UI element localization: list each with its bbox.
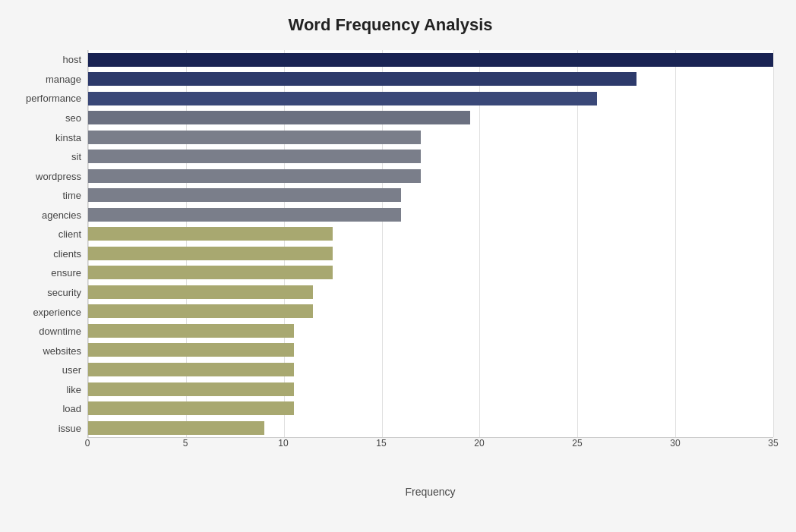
y-label: user — [8, 360, 87, 380]
bar — [88, 421, 264, 435]
bar — [88, 227, 333, 241]
bar-row — [88, 50, 773, 70]
x-axis-wrapper: 05101520253035 — [87, 438, 773, 464]
bar-row — [88, 70, 773, 90]
y-label: host — [8, 50, 87, 70]
bar-row — [88, 109, 773, 128]
y-label: security — [8, 283, 87, 303]
y-label: ensure — [8, 263, 87, 283]
bar — [88, 150, 421, 163]
bar — [88, 247, 333, 260]
bar — [88, 111, 470, 124]
bar — [88, 401, 294, 415]
y-label: performance — [8, 89, 87, 109]
y-label: manage — [8, 70, 87, 90]
y-label: kinsta — [8, 127, 87, 147]
bar-row — [88, 205, 773, 225]
y-label: sit — [8, 147, 87, 167]
bar-row — [88, 186, 773, 206]
bar-row — [88, 147, 773, 167]
bar-row — [88, 244, 773, 263]
y-label: client — [8, 225, 87, 244]
x-tick: 10 — [278, 438, 288, 449]
bar-row — [88, 418, 773, 438]
x-tick: 30 — [670, 438, 680, 449]
x-tick: 0 — [85, 438, 90, 449]
y-label: websites — [8, 341, 87, 360]
bar — [88, 363, 294, 376]
bar — [88, 53, 773, 67]
bar-row — [88, 321, 773, 341]
bar-row — [88, 379, 773, 399]
bar-row — [88, 263, 773, 283]
bar-row — [88, 282, 773, 302]
bars-container — [88, 50, 773, 437]
x-tick: 5 — [183, 438, 188, 449]
bar-row — [88, 302, 773, 322]
bar — [88, 304, 313, 318]
bar-row — [88, 225, 773, 244]
y-label: clients — [8, 244, 87, 264]
bar — [88, 285, 313, 299]
y-label: downtime — [8, 322, 87, 342]
x-tick: 20 — [474, 438, 484, 449]
bar-row — [88, 127, 773, 147]
bar-row — [88, 89, 773, 109]
y-label: load — [8, 399, 87, 419]
y-label: wordpress — [8, 166, 87, 186]
bar — [88, 92, 597, 105]
x-tick: 35 — [768, 438, 778, 449]
y-label: seo — [8, 109, 87, 128]
bar — [88, 324, 294, 338]
y-label: experience — [8, 302, 87, 322]
y-label: issue — [8, 419, 87, 439]
chart-area: hostmanageperformanceseokinstasitwordpre… — [8, 50, 773, 498]
bar — [88, 266, 333, 279]
y-label: agencies — [8, 206, 87, 225]
x-tick: 15 — [376, 438, 386, 449]
plot-area — [87, 50, 773, 438]
y-label: time — [8, 186, 87, 206]
bar-row — [88, 360, 773, 379]
bar-row — [88, 398, 773, 418]
chart-container: Word Frequency Analysis hostmanageperfor… — [0, 0, 796, 532]
x-tick: 25 — [572, 438, 582, 449]
y-axis: hostmanageperformanceseokinstasitwordpre… — [8, 50, 87, 438]
bar — [88, 72, 636, 86]
x-axis-title: Frequency — [87, 486, 773, 498]
bar — [88, 343, 294, 357]
chart-inner: hostmanageperformanceseokinstasitwordpre… — [8, 50, 773, 438]
chart-title: Word Frequency Analysis — [8, 15, 773, 35]
bar — [88, 208, 401, 222]
bar-row — [88, 341, 773, 360]
bar — [88, 382, 294, 396]
bar — [88, 169, 421, 183]
bar — [88, 131, 421, 144]
grid-line — [773, 50, 774, 437]
bar-row — [88, 166, 773, 186]
bar — [88, 188, 401, 202]
y-label: like — [8, 380, 87, 400]
